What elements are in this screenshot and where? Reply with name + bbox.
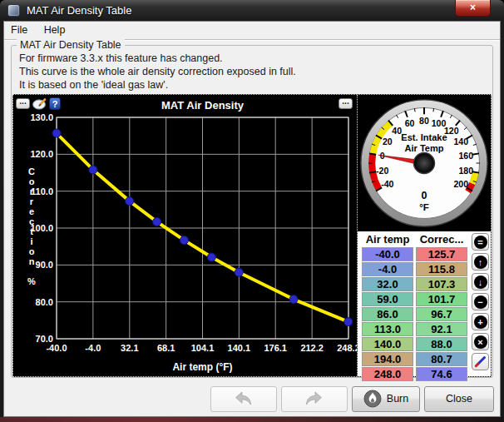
table-row: 59.0101.7 — [362, 292, 467, 306]
mat-air-density-chart: MAT Air Density-40.0-4.032.168.1104.1140… — [13, 95, 357, 376]
redo-button[interactable] — [281, 386, 348, 412]
dialog-window: MAT Air Density Table × File Help MAT Ai… — [0, 0, 504, 422]
chart-help-icon[interactable]: ? — [49, 97, 61, 110]
svg-text:r: r — [30, 196, 34, 206]
svg-text:140: 140 — [453, 137, 468, 146]
svg-text:248.2: 248.2 — [337, 343, 357, 353]
info-line-3: It is based on the 'ideal gas law'. — [19, 78, 296, 92]
chart-options-button-right[interactable]: ... — [338, 98, 353, 109]
table-header-correction: Correc... — [416, 233, 467, 246]
arrow-down-button[interactable]: ↓ — [472, 273, 489, 290]
table-header-air-temp: Air temp — [362, 233, 413, 246]
arrow-up-icon: ↑ — [474, 256, 487, 269]
info-line-2: This curve is the whole air density corr… — [19, 65, 296, 78]
burn-button[interactable]: Burn — [352, 386, 420, 412]
svg-text:140.1: 140.1 — [228, 343, 251, 353]
correction-cell[interactable]: 125.7 — [416, 247, 467, 261]
table-row: 194.080.7 — [362, 352, 467, 366]
table-row: 86.096.7 — [362, 307, 467, 321]
undo-button[interactable] — [210, 386, 277, 412]
edit-pencil-button[interactable] — [472, 353, 489, 370]
correction-cell[interactable]: 88.0 — [416, 337, 467, 351]
correction-cell[interactable]: 101.7 — [416, 292, 467, 306]
curve-editor-panel: MAT Air Density-40.0-4.032.168.1104.1140… — [12, 94, 492, 377]
svg-text:Est. Intake: Est. Intake — [401, 132, 447, 142]
air-temp-cell[interactable]: 248.0 — [362, 367, 413, 381]
burn-flame-icon — [363, 390, 382, 408]
svg-text:c: c — [29, 216, 34, 226]
right-column: -40-20020406080100120140160180200Est. In… — [357, 95, 491, 376]
svg-text:Air Temp: Air Temp — [404, 143, 443, 153]
svg-text:160: 160 — [458, 151, 473, 161]
air-temp-cell[interactable]: 140.0 — [362, 337, 413, 351]
svg-text:n: n — [29, 256, 35, 266]
burn-button-label: Burn — [387, 393, 408, 405]
svg-text:0: 0 — [422, 190, 427, 201]
correction-cell[interactable]: 107.3 — [416, 277, 467, 291]
svg-text:-40: -40 — [381, 179, 393, 189]
air-temp-cell[interactable]: 113.0 — [362, 322, 413, 336]
info-text: For firmware 3.3.x this feature has chan… — [19, 52, 296, 92]
footer-toolbar: Burn Close — [4, 382, 500, 415]
multiply-button[interactable]: × — [472, 333, 489, 350]
chart-point[interactable] — [235, 268, 243, 276]
svg-text:68.1: 68.1 — [157, 343, 175, 353]
svg-text:i: i — [30, 236, 32, 246]
chart-canvas[interactable]: MAT Air Density-40.0-4.032.168.1104.1140… — [13, 95, 357, 376]
equal-icon: = — [474, 236, 487, 249]
chart-point[interactable] — [126, 197, 134, 206]
close-button[interactable]: Close — [424, 386, 494, 412]
air-temp-cell[interactable]: 32.0 — [362, 277, 413, 291]
svg-text:-20: -20 — [376, 166, 388, 176]
correction-cell[interactable]: 92.1 — [416, 322, 467, 336]
air-temp-cell[interactable]: -40.0 — [362, 247, 413, 261]
equal-button[interactable]: = — [472, 233, 489, 251]
info-line-1: For firmware 3.3.x this feature has chan… — [19, 52, 296, 65]
arrow-up-button[interactable]: ↑ — [472, 253, 489, 271]
chart-point[interactable] — [52, 129, 61, 137]
redo-icon — [304, 390, 325, 408]
est-intake-air-temp-gauge: -40-20020406080100120140160180200Est. In… — [358, 95, 491, 231]
correction-cell[interactable]: 74.6 — [416, 367, 467, 381]
menu-help[interactable]: Help — [37, 22, 72, 36]
chart-edit-icon[interactable] — [32, 97, 47, 110]
groupbox-title: MAT Air Density Table — [17, 39, 125, 51]
menubar: File Help — [4, 22, 500, 40]
svg-text:110.0: 110.0 — [31, 186, 53, 196]
correction-cell[interactable]: 96.7 — [416, 307, 467, 321]
chart-point[interactable] — [180, 236, 188, 245]
gauge-canvas: -40-20020406080100120140160180200Est. In… — [358, 97, 490, 229]
correction-cell[interactable]: 115.8 — [416, 262, 467, 276]
dialog-client-area: File Help MAT Air Density Table For firm… — [3, 21, 501, 417]
chart-point[interactable] — [153, 217, 161, 226]
menu-file[interactable]: File — [4, 22, 34, 36]
svg-text:90.0: 90.0 — [36, 260, 53, 270]
window-frame-bottom — [0, 417, 504, 422]
air-temp-cell[interactable]: -4.0 — [362, 262, 413, 276]
chart-options-button[interactable]: ... — [16, 98, 30, 109]
svg-text:o: o — [29, 176, 35, 186]
chart-point[interactable] — [289, 295, 298, 304]
svg-text:e: e — [29, 206, 34, 216]
curve-table-panel: Air tempCorrec...-40.0125.7-4.0115.832.0… — [358, 231, 491, 376]
correction-cell[interactable]: 80.7 — [416, 352, 467, 366]
svg-text:32.1: 32.1 — [121, 343, 138, 353]
table-row: -4.0115.8 — [362, 262, 467, 276]
undo-icon — [233, 390, 254, 408]
plus-icon: + — [474, 315, 487, 329]
svg-text:120.0: 120.0 — [30, 149, 53, 159]
chart-point[interactable] — [89, 166, 97, 174]
chart-point[interactable] — [207, 253, 215, 261]
chart-point[interactable] — [344, 318, 353, 326]
svg-text:Air temp (°F): Air temp (°F) — [172, 361, 232, 373]
minus-button[interactable]: − — [472, 293, 489, 310]
air-temp-cell[interactable]: 86.0 — [362, 307, 413, 321]
svg-text:C: C — [28, 166, 35, 176]
plus-button[interactable]: + — [472, 313, 489, 330]
groupbox-mat-air-density: MAT Air Density Table For firmware 3.3.x… — [11, 45, 493, 378]
close-window-button[interactable]: × — [455, 0, 491, 17]
svg-text:20: 20 — [383, 137, 393, 146]
air-temp-cell[interactable]: 59.0 — [362, 292, 413, 306]
air-temp-cell[interactable]: 194.0 — [362, 352, 413, 366]
arrow-down-icon: ↓ — [474, 276, 487, 289]
